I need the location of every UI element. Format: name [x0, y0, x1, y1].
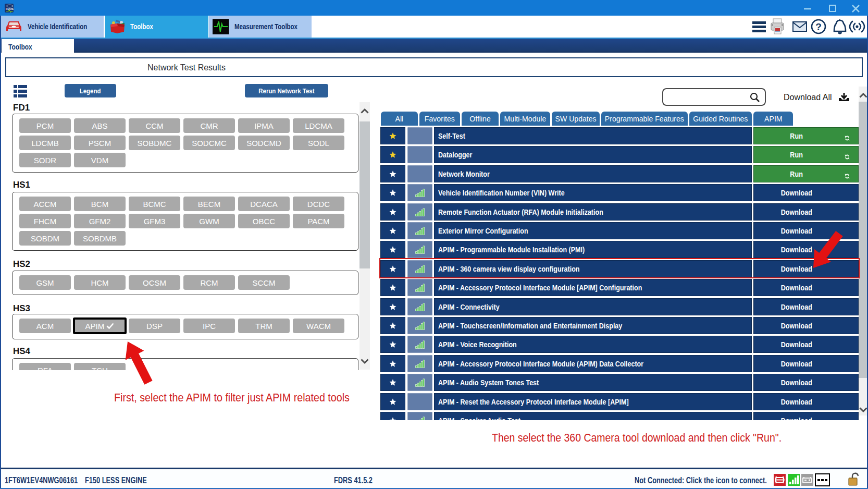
svg-text:FDRS: FDRS — [6, 7, 14, 10]
svg-text:?: ? — [815, 21, 822, 32]
